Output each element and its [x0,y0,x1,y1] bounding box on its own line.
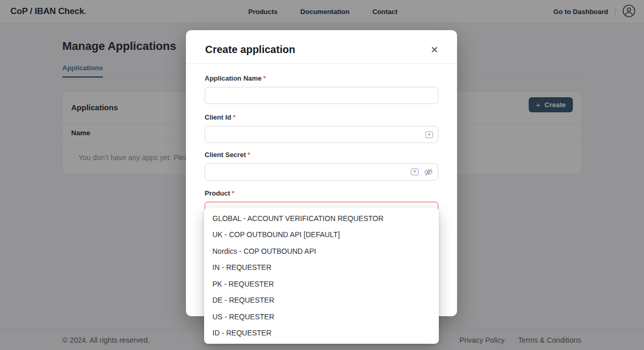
client-id-label: Client Id* [205,113,438,121]
product-dropdown-menu: GLOBAL - ACCOUNT VERIFICATION REQUESTOR … [204,208,439,344]
dropdown-option-us-requester[interactable]: US - REQUESTER [204,308,439,325]
client-secret-input[interactable] [205,163,438,180]
application-name-input[interactable] [205,87,438,104]
required-asterisk: * [247,151,250,159]
dropdown-option-nordics-cop-outbound[interactable]: Nordics - COP OUTBOUND API [204,243,439,260]
product-label: Product* [205,189,438,197]
dropdown-option-pk-requester[interactable]: PK - REQUESTER [204,276,439,292]
client-id-input[interactable] [205,126,438,143]
application-name-label: Application Name* [205,74,438,82]
client-secret-label: Client Secret* [205,151,438,159]
dropdown-option-global-avr[interactable]: GLOBAL - ACCOUNT VERIFICATION REQUESTOR [204,210,439,227]
required-asterisk: * [232,189,234,197]
autofill-icon[interactable]: * [425,131,433,138]
close-icon[interactable]: ✕ [430,44,439,56]
client-secret-field-group: Client Secret* * [205,151,438,180]
modal-divider [186,63,457,64]
modal-title: Create application [205,44,295,56]
application-name-field-group: Application Name* [205,74,438,104]
required-asterisk: * [233,113,235,121]
dropdown-option-uk-cop-outbound[interactable]: UK - COP OUTBOUND API [DEFAULT] [204,227,439,243]
dropdown-option-id-requester[interactable]: ID - REQUESTER [204,325,439,342]
required-asterisk: * [263,74,266,82]
client-id-field-group: Client Id* * [205,113,438,143]
dropdown-option-de-requester[interactable]: DE - REQUESTER [204,292,439,309]
autofill-icon[interactable]: * [411,168,419,175]
dropdown-option-in-requester[interactable]: IN - REQUESTER [204,260,439,276]
eye-off-icon[interactable] [424,167,433,177]
